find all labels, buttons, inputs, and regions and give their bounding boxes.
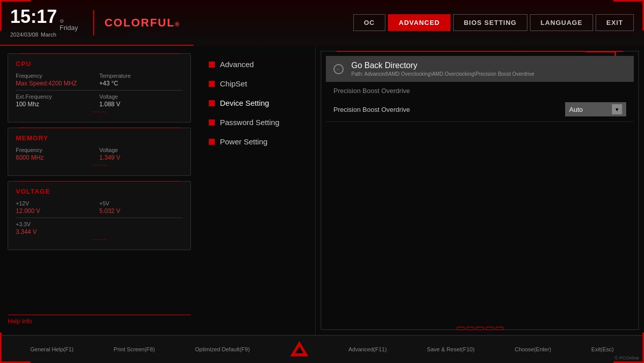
nav-advanced-button[interactable]: ADVANCED bbox=[388, 14, 451, 31]
content-area: Go Back Directory Path: Advanced\AMD Ove… bbox=[323, 53, 636, 125]
voltage-12v-value: 12.000 V bbox=[16, 207, 99, 215]
voltage-card-title: VOLTAGE bbox=[16, 188, 183, 195]
cpu-ext-frequency-value: 100 Mhz bbox=[16, 101, 99, 108]
go-back-path: Path: Advanced\AMD Overclocking\AMD Over… bbox=[351, 71, 626, 77]
menu-dot-power-setting bbox=[209, 139, 215, 145]
clock-day: Friday bbox=[60, 24, 78, 32]
memory-card: MEMORY Frequency 6000 MHz Voltage 1.349 … bbox=[8, 128, 191, 176]
memory-card-title: MEMORY bbox=[16, 134, 183, 142]
menu-item-password-setting-label: Password Setting bbox=[220, 118, 279, 127]
precision-boost-setting-row: Precision Boost Overdrive Auto ▼ bbox=[326, 97, 634, 122]
voltage-12v-label: +12V bbox=[16, 200, 99, 206]
voltage-5v-value: 5.032 V bbox=[99, 207, 183, 215]
cpu-wave-deco: 〜〜〜 bbox=[16, 109, 183, 116]
precision-boost-dropdown[interactable]: Auto ▼ bbox=[565, 102, 626, 116]
dropdown-arrow-icon: ▼ bbox=[612, 104, 622, 114]
memory-frequency-label: Frequency bbox=[16, 147, 99, 153]
memory-wave-deco: 〜〜〜 bbox=[16, 162, 183, 169]
menu-dot-password-setting bbox=[209, 119, 215, 126]
brand-logo: COLORFUL® bbox=[104, 16, 180, 29]
logo-triangle-icon bbox=[290, 341, 309, 356]
menu-dot-advanced bbox=[209, 62, 215, 68]
footer-advanced-f11[interactable]: Advanced(F11) bbox=[348, 346, 386, 352]
right-panel: Go Back Directory Path: Advanced\AMD Ove… bbox=[316, 46, 644, 335]
corner-decoration-tr bbox=[613, 0, 644, 31]
middle-menu-panel: Advanced ChipSet Device Setting Password… bbox=[199, 46, 316, 335]
precision-boost-dropdown-value: Auto bbox=[569, 106, 583, 113]
voltage-5v-label: +5V bbox=[99, 200, 183, 206]
go-back-icon bbox=[333, 64, 344, 74]
nav-oc-button[interactable]: OC bbox=[353, 14, 386, 31]
right-top-deco-h bbox=[585, 51, 616, 52]
footer-exit-esc[interactable]: Exit(Esc) bbox=[592, 346, 614, 352]
nav-buttons: OC ADVANCED BIOS SETTING LANGUAGE EXIT bbox=[353, 14, 634, 31]
precision-boost-header: Precision Boost Overdrive bbox=[326, 83, 634, 97]
menu-item-password-setting[interactable]: Password Setting bbox=[204, 114, 310, 131]
footer-save-reset[interactable]: Save & Reset(F10) bbox=[427, 346, 475, 352]
header-divider bbox=[93, 10, 94, 36]
menu-dot-chipset bbox=[209, 81, 215, 87]
cpu-voltage-label: Voltage bbox=[99, 94, 183, 100]
nav-language-button[interactable]: LANGUAGE bbox=[530, 14, 593, 31]
cpu-temperature-value: +43 °C bbox=[99, 80, 183, 87]
precision-boost-label: Precision Boost Overdrive bbox=[333, 106, 565, 113]
corner-decoration-bl bbox=[0, 332, 31, 363]
menu-item-power-setting-label: Power Setting bbox=[220, 137, 267, 146]
go-back-title: Go Back Directory bbox=[351, 61, 626, 70]
frame-bottom-deco bbox=[457, 327, 503, 330]
menu-item-device-setting[interactable]: Device Setting bbox=[204, 95, 310, 111]
clock-date: 2024/03/08 bbox=[10, 32, 38, 38]
menu-item-advanced-label: Advanced bbox=[220, 60, 254, 69]
footer: General Help(F1) Print Screen(F8) Optimi… bbox=[0, 335, 644, 363]
menu-item-device-setting-label: Device Setting bbox=[220, 99, 269, 107]
memory-voltage-value: 1.349 V bbox=[99, 154, 183, 161]
nav-bios-setting-button[interactable]: BIOS SETTING bbox=[453, 14, 527, 31]
voltage-wave-deco: 〜〜〜 bbox=[16, 236, 183, 244]
footer-print-screen[interactable]: Print Screen(F8) bbox=[114, 346, 155, 352]
help-info: Help Info bbox=[8, 315, 191, 327]
voltage-card: VOLTAGE +12V 12.000 V +5V 5.032 V +3.3V … bbox=[8, 181, 191, 250]
corner-decoration-tl bbox=[0, 0, 31, 31]
voltage-33v-value: 3.344 V bbox=[16, 228, 183, 235]
menu-item-power-setting[interactable]: Power Setting bbox=[204, 133, 310, 150]
left-panel: CPU Frequency Max Speed:4200 MHZ Tempera… bbox=[0, 46, 199, 335]
footer-general-help[interactable]: General Help(F1) bbox=[30, 346, 73, 352]
go-back-text: Go Back Directory Path: Advanced\AMD Ove… bbox=[351, 61, 626, 77]
go-back-row[interactable]: Go Back Directory Path: Advanced\AMD Ove… bbox=[326, 56, 634, 82]
clock-month: March bbox=[41, 32, 57, 38]
header: 15:17 ⚙ Friday 2024/03/08 March COLORFUL… bbox=[0, 0, 644, 46]
cpu-frequency-label: Frequency bbox=[16, 73, 99, 79]
menu-item-chipset-label: ChipSet bbox=[220, 79, 247, 88]
corner-decoration-br bbox=[613, 332, 644, 363]
main-content: CPU Frequency Max Speed:4200 MHZ Tempera… bbox=[0, 46, 644, 335]
cpu-ext-frequency-label: Ext.Frequency bbox=[16, 94, 99, 100]
menu-dot-device-setting bbox=[209, 100, 215, 106]
cpu-temperature-label: Temperature bbox=[99, 73, 183, 79]
menu-item-chipset[interactable]: ChipSet bbox=[204, 75, 310, 92]
cpu-card-title: CPU bbox=[16, 60, 183, 68]
cpu-frequency-value: Max Speed:4200 MHZ bbox=[16, 80, 99, 87]
cpu-card: CPU Frequency Max Speed:4200 MHZ Tempera… bbox=[8, 53, 191, 123]
footer-choose-enter[interactable]: Choose(Enter) bbox=[515, 346, 551, 352]
memory-frequency-value: 6000 MHz bbox=[16, 154, 99, 161]
footer-logo bbox=[290, 341, 309, 358]
voltage-33v-label: +3.3V bbox=[16, 221, 183, 227]
footer-optimized-default[interactable]: Optimized Default(F9) bbox=[195, 346, 250, 352]
menu-item-advanced[interactable]: Advanced bbox=[204, 56, 310, 73]
cpu-voltage-value: 1.088 V bbox=[99, 101, 183, 108]
memory-voltage-label: Voltage bbox=[99, 147, 183, 153]
